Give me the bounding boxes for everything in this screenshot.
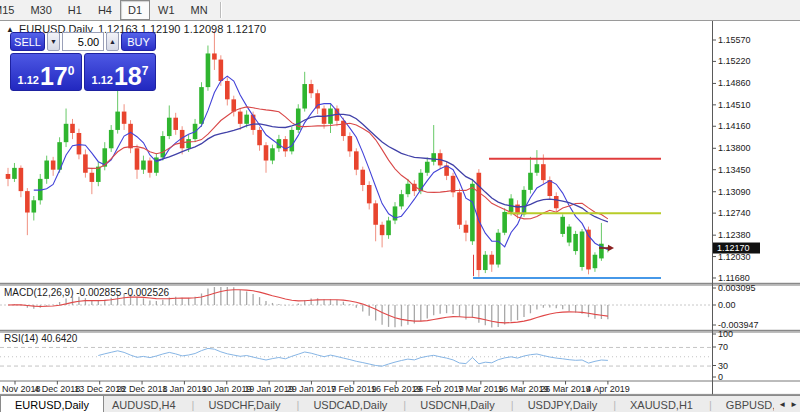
svg-text:1.14160: 1.14160 <box>718 121 751 131</box>
svg-text:7 Mar 2019: 7 Mar 2019 <box>458 384 504 394</box>
svg-text:1.15570: 1.15570 <box>718 35 751 45</box>
tab-scroll-left-icon[interactable]: ◄ <box>778 400 786 409</box>
date-axis-labels: 24 Nov 20184 Dec 201813 Dec 201822 Dec 2… <box>0 381 630 394</box>
buy-price-prefix: 1.12 <box>92 74 113 87</box>
sell-price-prefix: 1.12 <box>18 74 39 87</box>
svg-text:1.14510: 1.14510 <box>718 100 751 110</box>
timeframe-mn-button[interactable]: MN <box>183 0 216 20</box>
svg-text:7 Feb 2019: 7 Feb 2019 <box>331 384 377 394</box>
svg-text:0: 0 <box>718 372 723 382</box>
svg-text:26 Mar 2019: 26 Mar 2019 <box>540 384 591 394</box>
svg-text:29 Jan 2019: 29 Jan 2019 <box>287 384 337 394</box>
tab-xauusd-h1[interactable]: XAUUSD,H1 <box>605 396 701 412</box>
svg-text:1.13800: 1.13800 <box>718 143 751 153</box>
svg-text:1.12380: 1.12380 <box>718 230 751 240</box>
svg-text:1.12740: 1.12740 <box>718 208 751 218</box>
tab-audusd-h4[interactable]: AUDUSD,H4 <box>104 396 184 412</box>
buy-price-button[interactable]: 1.12 18 7 <box>84 53 156 91</box>
svg-text:26 Feb 2019: 26 Feb 2019 <box>413 384 464 394</box>
volume-decrease-button[interactable]: ▼ <box>47 32 60 51</box>
timeframe-h4-button[interactable]: H4 <box>90 0 120 20</box>
chart-tabs-bar: EURUSD,Daily AUDUSD,H4 USDCHF,Daily USDC… <box>0 395 800 412</box>
svg-text:1.13450: 1.13450 <box>718 165 751 175</box>
tab-usdjpy-daily[interactable]: USDJPY,Daily <box>503 396 605 412</box>
svg-text:1.13090: 1.13090 <box>718 187 751 197</box>
buy-price-pip: 7 <box>142 64 149 78</box>
svg-text:30: 30 <box>718 361 728 371</box>
svg-text:4 Apr 2019: 4 Apr 2019 <box>586 384 630 394</box>
tab-usdchf-daily[interactable]: USDCHF,Daily <box>184 396 289 412</box>
chart-drawings <box>473 159 661 278</box>
svg-text:1.11680: 1.11680 <box>718 273 750 283</box>
svg-text:100: 100 <box>718 329 733 339</box>
svg-text:22 Dec 2018: 22 Dec 2018 <box>117 384 168 394</box>
timeframe-toolbar: M15 M30 H1 H4 D1 W1 MN <box>0 0 800 21</box>
tab-usdcad-daily[interactable]: USDCAD,Daily <box>289 396 396 412</box>
tab-scroll-controls: ◄ ► <box>774 396 798 412</box>
sell-price-main: 17 <box>40 66 68 87</box>
toolbar-separator <box>220 2 222 18</box>
price-arrow-head <box>608 245 614 251</box>
current-price-value: 1.12170 <box>717 243 750 253</box>
svg-text:70: 70 <box>718 342 728 352</box>
timeframe-d1-button[interactable]: D1 <box>120 0 150 20</box>
timeframe-w1-button[interactable]: W1 <box>150 0 183 20</box>
tab-usdcnh-daily[interactable]: USDCNH,Daily <box>395 396 502 412</box>
sell-price-button[interactable]: 1.12 17 0 <box>10 53 82 91</box>
buy-button[interactable]: BUY <box>121 32 156 51</box>
moving-average-lines <box>34 76 608 249</box>
rsi-line <box>98 348 608 366</box>
timeframe-m30-button[interactable]: M30 <box>22 0 59 20</box>
buy-price-main: 18 <box>114 66 142 87</box>
ma-line-13 <box>85 107 608 219</box>
ma-line-24 <box>156 114 608 222</box>
ma-line-5 <box>34 76 608 249</box>
svg-text:0.00: 0.00 <box>718 300 736 310</box>
chart-window: 1.155701.152201.148601.145101.141601.138… <box>0 21 800 395</box>
svg-text:1 Jan 2019: 1 Jan 2019 <box>162 384 207 394</box>
sell-button[interactable]: SELL <box>10 32 45 51</box>
tab-scroll-right-icon[interactable]: ► <box>790 400 798 409</box>
sell-price-pip: 0 <box>68 64 75 78</box>
volume-increase-button[interactable]: ▲ <box>106 32 119 51</box>
one-click-trade-panel: SELL ▼ 5.00 ▲ BUY 1.12 17 0 1.12 18 7 <box>10 32 156 91</box>
tab-eurusd-daily[interactable]: EURUSD,Daily <box>0 396 104 412</box>
svg-text:1.14860: 1.14860 <box>718 78 751 88</box>
timeframe-h1-button[interactable]: H1 <box>60 0 90 20</box>
volume-field[interactable]: 5.00 <box>62 32 104 51</box>
svg-text:0.003095: 0.003095 <box>718 283 756 293</box>
svg-text:1.15220: 1.15220 <box>718 56 751 66</box>
timeframe-m15-button[interactable]: M15 <box>0 0 22 20</box>
